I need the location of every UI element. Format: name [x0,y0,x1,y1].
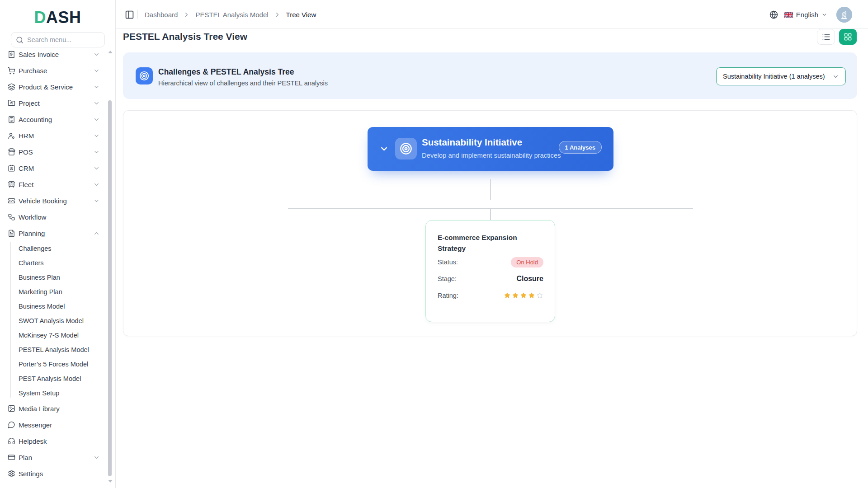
uk-flag-icon [784,12,793,18]
ticket-icon [8,197,15,205]
logo-letter-d: D [34,8,46,27]
workflow-icon [8,213,15,221]
globe-icon[interactable] [769,10,778,19]
analysis-card[interactable]: E-commerce Expansion Strategy Status: On… [425,220,555,322]
top-header: DashboardPESTEL Analysis ModelTree View … [116,0,868,29]
sidebar-item-product-service[interactable]: Product & Service [0,79,108,95]
sidebar-item-accounting[interactable]: Accounting [0,111,108,127]
status-label: Status: [438,258,458,266]
sidebar-item-pos[interactable]: POS [0,144,108,160]
chevron-right-icon [274,11,281,18]
breadcrumb: DashboardPESTEL Analysis ModelTree View [145,0,316,29]
layers-icon [8,83,15,91]
user-icon [8,131,15,140]
tree-connector-vertical-bottom [490,208,491,220]
root-node-subtitle: Develop and implement sustainability pra… [422,152,561,159]
sidebar-item-label: Sales Invoice [19,51,59,58]
avatar[interactable] [836,7,852,23]
sidebar-subitem-challenges[interactable]: Challenges [0,241,108,256]
sidebar-nav: Sales InvoicePurchaseProduct & ServicePr… [0,46,108,482]
credit-card-icon [8,453,15,462]
star-filled-icon [520,292,527,299]
chevron-down-icon [93,197,100,204]
header-right: English [769,0,852,29]
stage-label: Stage: [438,275,457,282]
sidebar-item-label: Fleet [19,181,33,188]
sidebar-scrollbar-up-arrow[interactable] [108,51,113,53]
list-view-button[interactable] [817,29,835,45]
folder-icon [8,99,15,108]
sidebar-item-label: Project [19,99,40,107]
grid-view-button[interactable] [839,29,857,45]
sidebar-item-label: Purchase [19,67,47,75]
sidebar-item-vehicle-booking[interactable]: Vehicle Booking [0,192,108,209]
rating-stars [504,292,543,299]
receipt-icon [8,50,15,59]
banner-title: Challenges & PESTEL Analysis Tree [158,67,294,77]
rating-label: Rating: [438,292,458,299]
sidebar-item-project[interactable]: Project [0,95,108,111]
sidebar-item-planning[interactable]: Planning [0,225,108,241]
sidebar-item-settings[interactable]: Settings [0,465,108,482]
sidebar-subitem-system-setup[interactable]: System Setup [0,386,108,400]
sidebar-item-helpdesk[interactable]: Helpdesk [0,433,108,449]
breadcrumb-item-tree-view: Tree View [286,11,316,19]
language-selector[interactable]: English [784,11,827,19]
sidebar-item-hrm[interactable]: HRM [0,127,108,144]
status-row: Status: On Hold [438,257,543,267]
breadcrumb-item-pestel-analysis-model[interactable]: PESTEL Analysis Model [195,11,268,19]
sidebar-item-label: POS [19,148,33,156]
sidebar-subitem-pestel-analysis-model[interactable]: PESTEL Analysis Model [0,343,108,357]
sidebar-item-sales-invoice[interactable]: Sales Invoice [0,46,108,62]
sidebar-item-label: Helpdesk [19,437,47,445]
breadcrumb-item-dashboard[interactable]: Dashboard [145,11,178,19]
challenge-select[interactable]: Sustainability Initiative (1 analyses) [716,67,846,85]
gear-icon [8,469,15,478]
sidebar-subitem-swot-analysis-model[interactable]: SWOT Analysis Model [0,314,108,328]
search-input[interactable] [27,36,100,43]
sidebar-item-workflow[interactable]: Workflow [0,209,108,225]
root-challenge-node[interactable]: Sustainability Initiative Develop and im… [368,127,613,171]
search-icon [16,36,24,44]
sidebar-item-label: Accounting [19,116,52,123]
sidebar-subitem-business-plan[interactable]: Business Plan [0,270,108,285]
chevron-right-icon [183,11,190,18]
chevron-down-icon [93,454,100,461]
info-banner: Challenges & PESTEL Analysis Tree Hierar… [123,52,857,99]
sidebar-scrollbar-thumb[interactable] [108,100,112,476]
root-node-title: Sustainability Initiative [422,137,522,148]
target-icon [136,67,153,84]
sidebar-subitem-marketing-plan[interactable]: Marketing Plan [0,285,108,299]
sidebar-subitem-porter-s-5-forces-model[interactable]: Porter’s 5 Forces Model [0,357,108,371]
stage-value: Closure [516,275,543,283]
grid-icon [844,33,852,41]
tree-connector-vertical-top [490,179,491,200]
sidebar-item-plan[interactable]: Plan [0,449,108,465]
chevron-down-icon [93,116,100,123]
sidebar-item-label: Settings [19,470,43,478]
collapse-chevron-icon[interactable] [379,144,389,154]
list-icon [822,33,830,41]
chevron-down-icon [832,73,839,80]
star-filled-icon [512,292,519,299]
sidebar-toggle-icon[interactable] [120,5,138,23]
sidebar-item-label: Vehicle Booking [19,197,67,205]
banner-subtitle: Hierarchical view of challenges and thei… [158,80,328,87]
sidebar-item-media-library[interactable]: Media Library [0,400,108,417]
sidebar-subitem-business-model[interactable]: Business Model [0,299,108,314]
chevron-down-icon [93,132,100,139]
sidebar-subitem-pest-analysis-model[interactable]: PEST Analysis Model [0,371,108,386]
sidebar-subitem-mckinsey-7-s-model[interactable]: McKinsey 7-S Model [0,328,108,343]
chevron-down-icon [93,165,100,172]
sidebar-item-purchase[interactable]: Purchase [0,62,108,79]
sidebar-scrollbar-down-arrow[interactable] [108,480,113,483]
sidebar-item-messenger[interactable]: Messenger [0,417,108,433]
submenu-indent-line [10,242,11,398]
sidebar-search[interactable] [11,32,105,47]
target-icon [395,138,417,160]
sidebar-item-label: Workflow [19,213,46,221]
sidebar-item-crm[interactable]: CRM [0,160,108,176]
app-window: DASH Sales InvoicePurchaseProduct & Serv… [0,0,868,488]
sidebar-item-fleet[interactable]: Fleet [0,176,108,192]
sidebar-subitem-charters[interactable]: Charters [0,256,108,270]
